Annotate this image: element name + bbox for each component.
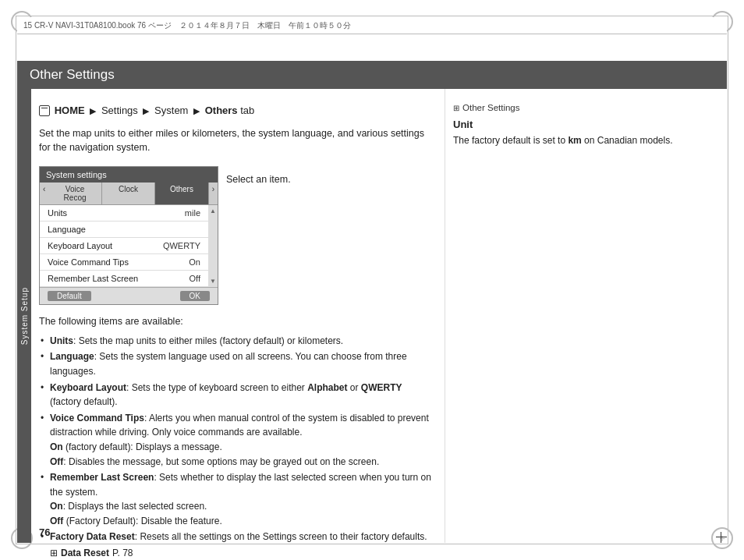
ss-scrollbar[interactable]: ▲ ▼: [208, 205, 218, 287]
bullet-factory-reset: Factory Data Reset: Resets all the setti…: [39, 530, 432, 544]
breadcrumb-arrow-3: ▶: [193, 106, 200, 115]
bullet-intro: The following items are available:: [39, 314, 432, 329]
system-settings-screenshot: System settings ‹ Voice Recog Clock Othe…: [39, 166, 218, 305]
ss-tabs: ‹ Voice Recog Clock Others ›: [40, 183, 218, 205]
right-column: Other Settings Unit The factory default …: [445, 89, 727, 543]
bullet-factory-label: Factory Data Reset: [50, 531, 135, 542]
home-icon: [39, 105, 50, 116]
page-title: Other Settings: [30, 67, 115, 83]
bullet-factory-text: : Resets all the settings on the Setting…: [135, 531, 427, 542]
bullet-remember-on: On: Displays the last selected screen.: [50, 499, 432, 514]
bullet-remember-off: Off (Factory Default): Disable the featu…: [50, 514, 432, 529]
breadcrumb-others: Others: [205, 105, 238, 116]
ss-row-units[interactable]: Units mile: [40, 205, 208, 222]
ss-tab-clock[interactable]: Clock: [102, 183, 155, 204]
breadcrumb-system: System: [154, 105, 188, 116]
ss-row-language[interactable]: Language: [40, 222, 208, 238]
breadcrumb-arrow-2: ▶: [143, 106, 149, 115]
ss-rows-container: Units mile Language Keyboard Layout QWER…: [40, 205, 218, 287]
header-bar: Other Settings: [17, 61, 727, 89]
bullet-language: Language: Sets the system language used …: [39, 349, 432, 378]
bullet-keyboard-label: Keyboard Layout: [50, 382, 126, 393]
bullet-keyboard-text: : Sets the type of keyboard screen to ei…: [126, 382, 307, 393]
ss-tab-voice[interactable]: Voice Recog: [48, 183, 101, 204]
bullet-voice-tips: Voice Command Tips: Alerts you when manu…: [39, 411, 432, 469]
sys-settings-ui: System settings ‹ Voice Recog Clock Othe…: [39, 166, 218, 305]
ss-row-keyboard[interactable]: Keyboard Layout QWERTY: [40, 238, 208, 254]
ss-tab-right-arrow[interactable]: ›: [209, 183, 218, 204]
description-text: Set the map units to either miles or kil…: [39, 126, 432, 156]
breadcrumb: HOME ▶ Settings ▶ System ▶ Others tab: [39, 103, 432, 119]
right-unit-km: km: [568, 135, 581, 146]
main-content: HOME ▶ Settings ▶ System ▶ Others tab Se…: [31, 89, 727, 543]
bullet-section: The following items are available: Units…: [39, 314, 432, 558]
bullet-language-text: : Sets the system language used on all s…: [50, 351, 407, 377]
data-reset-icon: ⊞: [50, 548, 58, 558]
ss-scroll-down[interactable]: ▼: [210, 275, 216, 287]
side-tab-label: System Setup: [20, 287, 29, 345]
bullet-remember-screen: Remember Last Screen: Sets whether to di…: [39, 470, 432, 528]
bullet-voice-tips-on: On (factory default): Displays a message…: [50, 440, 432, 455]
select-item-text: Select an item.: [226, 166, 291, 305]
right-section-title: Other Settings: [453, 103, 719, 112]
ss-footer: Default OK: [40, 287, 218, 304]
ss-ok-button[interactable]: OK: [180, 291, 210, 301]
ss-rows: Units mile Language Keyboard Layout QWER…: [40, 205, 208, 287]
page-number: 76: [39, 526, 50, 538]
bullet-language-label: Language: [50, 351, 94, 362]
side-tab: System Setup: [17, 89, 31, 543]
ss-tab-others[interactable]: Others: [155, 183, 208, 204]
bullet-units: Units: Sets the map units to either mile…: [39, 334, 432, 349]
ss-scroll-up[interactable]: ▲: [210, 205, 216, 217]
breadcrumb-arrow-1: ▶: [90, 106, 96, 115]
ss-title-bar: System settings: [40, 167, 218, 183]
breadcrumb-tab: tab: [240, 105, 254, 116]
left-column: HOME ▶ Settings ▶ System ▶ Others tab Se…: [31, 89, 445, 543]
data-reset-label: Data Reset: [61, 548, 109, 558]
ss-default-button[interactable]: Default: [48, 291, 91, 301]
breadcrumb-home: HOME: [55, 105, 85, 116]
ss-tab-left-arrow[interactable]: ‹: [40, 183, 48, 204]
right-unit-title: Unit: [453, 119, 719, 130]
ss-row-last-screen[interactable]: Remember Last Screen Off: [40, 271, 208, 287]
data-reset-page: P. 78: [112, 548, 133, 558]
ss-title: System settings: [46, 170, 107, 179]
bullet-keyboard-alphabet: Alphabet: [307, 382, 347, 393]
bullet-voice-tips-label: Voice Command Tips: [50, 413, 144, 424]
bullet-remember-label: Remember Last Screen: [50, 472, 154, 483]
breadcrumb-settings: Settings: [101, 105, 138, 116]
bullet-voice-tips-off: Off: Disables the message, but some opti…: [50, 455, 432, 470]
file-info-text: 15 CR-V NAVI-31T0A8100.book 76 ページ ２０１４年…: [23, 20, 351, 31]
data-reset-link[interactable]: ⊞ Data Reset P. 78: [39, 548, 432, 558]
file-info-bar: 15 CR-V NAVI-31T0A8100.book 76 ページ ２０１４年…: [17, 17, 727, 34]
right-unit-desc: The factory default is set to km on Cana…: [453, 133, 719, 147]
bullet-list: Units: Sets the map units to either mile…: [39, 334, 432, 544]
bullet-keyboard: Keyboard Layout: Sets the type of keyboa…: [39, 381, 432, 409]
bullet-units-label: Units: [50, 335, 73, 346]
ss-row-voice-tips[interactable]: Voice Command Tips On: [40, 254, 208, 271]
screenshot-container: System settings ‹ Voice Recog Clock Othe…: [39, 166, 432, 305]
bullet-units-text: : Sets the map units to either miles (fa…: [73, 335, 343, 346]
